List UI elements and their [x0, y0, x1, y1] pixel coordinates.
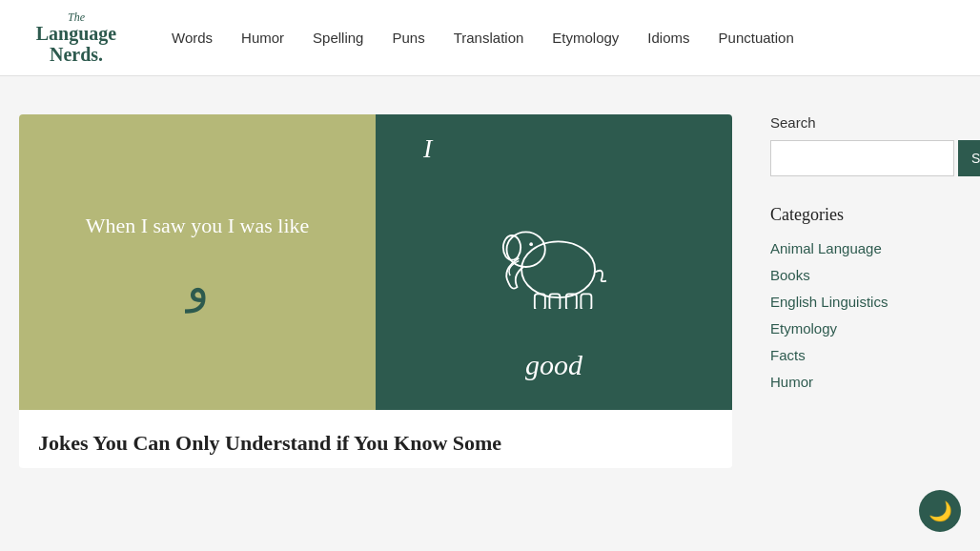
category-etymology[interactable]: Etymology: [770, 320, 837, 337]
moon-icon: 🌙: [929, 500, 952, 506]
list-item: English Linguistics: [770, 294, 961, 311]
nav-spelling[interactable]: Spelling: [313, 30, 363, 46]
search-label: Search: [770, 114, 961, 131]
category-books[interactable]: Books: [770, 267, 810, 283]
nav-punctuation[interactable]: Punctuation: [719, 30, 794, 46]
nav-idioms[interactable]: Idioms: [647, 30, 689, 46]
search-row: Search: [770, 140, 961, 176]
nav-humor[interactable]: Humor: [241, 30, 284, 46]
svg-point-2: [503, 235, 521, 260]
svg-point-3: [529, 242, 533, 246]
site-logo[interactable]: The LanguageNerds.: [38, 10, 114, 67]
logo-the: The: [68, 11, 85, 23]
svg-point-1: [507, 232, 545, 267]
svg-point-0: [521, 241, 595, 297]
nav-puns[interactable]: Puns: [392, 30, 424, 46]
logo-dot: .: [98, 44, 103, 65]
svg-rect-7: [581, 294, 591, 309]
site-header: The LanguageNerds. Words Humor Spelling …: [0, 0, 980, 76]
list-item: Animal Language: [770, 240, 961, 257]
article-image: When I saw you I was like و I: [19, 114, 732, 410]
elephant-illustration: [492, 204, 616, 309]
sidebar: Search Search Categories Animal Language…: [770, 114, 961, 468]
list-item: Humor: [770, 374, 961, 391]
category-humor[interactable]: Humor: [770, 374, 813, 390]
search-input[interactable]: [770, 140, 954, 176]
nav-translation[interactable]: Translation: [454, 30, 524, 46]
list-item: Facts: [770, 347, 961, 364]
image-left-panel: When I saw you I was like و: [19, 114, 376, 410]
article-title[interactable]: Jokes You Can Only Understand if You Kno…: [19, 410, 732, 468]
list-item: Books: [770, 267, 961, 284]
list-item: Etymology: [770, 320, 961, 337]
search-section: Search Search: [770, 114, 961, 176]
main-container: When I saw you I was like و I: [0, 76, 980, 506]
arabic-character: و: [187, 259, 209, 313]
categories-title: Categories: [770, 205, 961, 225]
svg-rect-4: [535, 294, 545, 309]
image-left-text: When I saw you I was like: [86, 212, 310, 241]
image-right-i-text: I: [423, 133, 432, 164]
article-section: When I saw you I was like و I: [19, 114, 732, 468]
category-facts[interactable]: Facts: [770, 347, 806, 363]
categories-list: Animal Language Books English Linguistic…: [770, 240, 961, 391]
nav-etymology[interactable]: Etymology: [552, 30, 619, 46]
categories-section: Categories Animal Language Books English…: [770, 205, 961, 391]
category-english-linguistics[interactable]: English Linguistics: [770, 294, 888, 310]
nav-words[interactable]: Words: [172, 30, 213, 46]
main-nav: Words Humor Spelling Puns Translation Et…: [172, 30, 794, 46]
category-animal-language[interactable]: Animal Language: [770, 240, 882, 256]
search-button[interactable]: Search: [958, 140, 980, 176]
image-right-panel: I: [376, 114, 732, 410]
image-right-good-text: good: [525, 349, 582, 381]
logo-main: LanguageNerds.: [36, 23, 116, 65]
